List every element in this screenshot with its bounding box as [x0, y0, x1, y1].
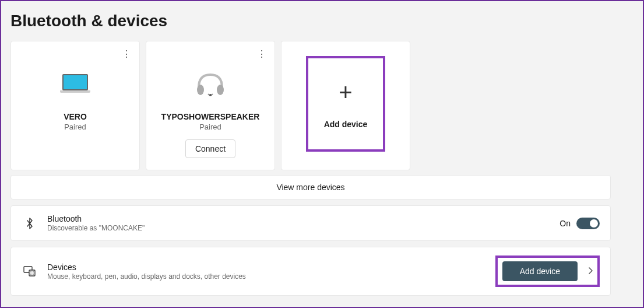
- add-device-card[interactable]: + Add device: [281, 41, 410, 170]
- add-device-label: Add device: [324, 120, 368, 129]
- svg-point-6: [33, 271, 34, 272]
- svg-point-5: [30, 271, 31, 272]
- bluetooth-subtitle: Discoverable as "MOONCAKE": [47, 224, 559, 232]
- bluetooth-title: Bluetooth: [47, 214, 559, 223]
- svg-point-8: [33, 274, 34, 275]
- device-cards: ⋮ VERO Paired ⋮ TYPOSHOWERSPEAKER Paired…: [10, 41, 634, 170]
- device-card-typoshowerspeaker[interactable]: ⋮ TYPOSHOWERSPEAKER Paired Connect: [146, 41, 275, 170]
- svg-rect-4: [29, 270, 35, 276]
- view-more-devices-button[interactable]: View more devices: [10, 175, 611, 200]
- svg-point-0: [197, 85, 204, 95]
- plus-icon: +: [339, 79, 352, 106]
- page-title: Bluetooth & devices: [10, 12, 634, 30]
- laptop-icon: [61, 59, 89, 108]
- toggle-state-label: On: [559, 219, 571, 228]
- devices-icon: [22, 266, 38, 276]
- svg-point-1: [217, 85, 224, 95]
- chevron-right-icon[interactable]: [588, 267, 593, 276]
- device-card-vero[interactable]: ⋮ VERO Paired: [10, 41, 140, 170]
- connect-button[interactable]: Connect: [185, 139, 235, 158]
- svg-point-7: [30, 274, 31, 275]
- device-status: Paired: [64, 123, 86, 131]
- more-options-icon[interactable]: ⋮: [119, 47, 133, 61]
- devices-title: Devices: [47, 262, 495, 272]
- device-status: Paired: [199, 123, 221, 131]
- device-name: VERO: [64, 112, 87, 121]
- bluetooth-icon: [22, 217, 38, 230]
- svg-point-2: [209, 94, 212, 96]
- add-device-button[interactable]: Add device: [502, 261, 578, 281]
- bluetooth-row: Bluetooth Discoverable as "MOONCAKE" On: [10, 205, 611, 241]
- devices-subtitle: Mouse, keyboard, pen, audio, displays an…: [47, 272, 495, 281]
- more-options-icon[interactable]: ⋮: [255, 47, 269, 61]
- devices-row[interactable]: Devices Mouse, keyboard, pen, audio, dis…: [10, 247, 611, 296]
- add-device-highlight: Add device: [495, 256, 600, 287]
- headphones-icon: [195, 59, 226, 108]
- device-name: TYPOSHOWERSPEAKER: [161, 112, 260, 121]
- bluetooth-toggle[interactable]: [576, 218, 600, 229]
